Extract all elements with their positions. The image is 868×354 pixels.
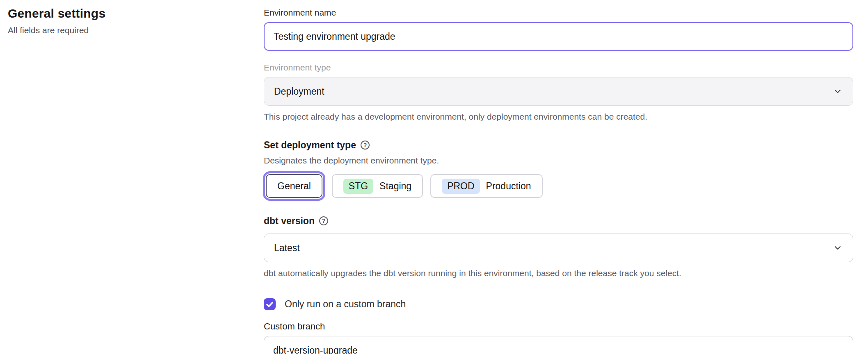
deployment-type-general-label: General — [277, 181, 311, 192]
custom-branch-group: Custom branch — [264, 321, 853, 354]
deployment-type-staging-button[interactable]: STG Staging — [332, 174, 423, 198]
general-settings-page: General settings All fields are required… — [0, 0, 868, 354]
environment-name-group: Environment name — [264, 7, 853, 51]
custom-branch-toggle-label[interactable]: Only run on a custom branch — [285, 299, 406, 310]
page-title: General settings — [8, 6, 238, 21]
checkmark-icon — [266, 302, 273, 307]
dbt-version-select[interactable]: Latest — [264, 234, 853, 262]
help-icon[interactable]: ? — [319, 216, 328, 225]
deployment-type-label: Set deployment type — [264, 139, 356, 151]
dbt-version-group: dbt version ? Latest dbt automatically u… — [264, 215, 853, 279]
chevron-down-icon — [833, 87, 842, 96]
environment-name-label: Environment name — [264, 7, 853, 18]
dbt-version-label: dbt version — [264, 215, 315, 227]
page-subtitle: All fields are required — [8, 25, 238, 36]
deployment-type-description: Designates the deployment environment ty… — [264, 155, 853, 166]
environment-name-input[interactable] — [264, 22, 853, 51]
dbt-version-value: Latest — [274, 243, 300, 254]
deployment-type-staging-label: Staging — [379, 181, 411, 192]
custom-branch-toggle-row: Only run on a custom branch — [264, 298, 853, 310]
environment-type-helper: This project already has a development e… — [264, 111, 853, 122]
deployment-type-group: Set deployment type ? Designates the dep… — [264, 139, 853, 198]
deployment-type-production-label: Production — [486, 181, 531, 192]
environment-type-label: Environment type — [264, 62, 853, 73]
settings-header: General settings All fields are required — [8, 6, 238, 36]
environment-type-group: Environment type Deployment This project… — [264, 62, 853, 122]
dbt-version-helper: dbt automatically upgrades the dbt versi… — [264, 268, 853, 279]
staging-badge: STG — [343, 179, 373, 194]
custom-branch-label: Custom branch — [264, 321, 853, 332]
environment-type-value: Deployment — [274, 86, 324, 97]
production-badge: PROD — [442, 179, 480, 194]
custom-branch-checkbox[interactable] — [264, 298, 276, 310]
environment-settings-form: Environment name Environment type Deploy… — [264, 6, 853, 354]
deployment-type-title-row: Set deployment type ? — [264, 139, 853, 151]
environment-type-select[interactable]: Deployment — [264, 77, 853, 106]
custom-branch-input[interactable] — [264, 336, 853, 354]
chevron-down-icon — [833, 243, 842, 252]
deployment-type-production-button[interactable]: PROD Production — [430, 174, 542, 198]
help-icon[interactable]: ? — [361, 141, 370, 150]
dbt-version-title-row: dbt version ? — [264, 215, 853, 227]
deployment-type-options: General STG Staging PROD Production — [264, 174, 853, 198]
deployment-type-general-button[interactable]: General — [266, 174, 322, 198]
